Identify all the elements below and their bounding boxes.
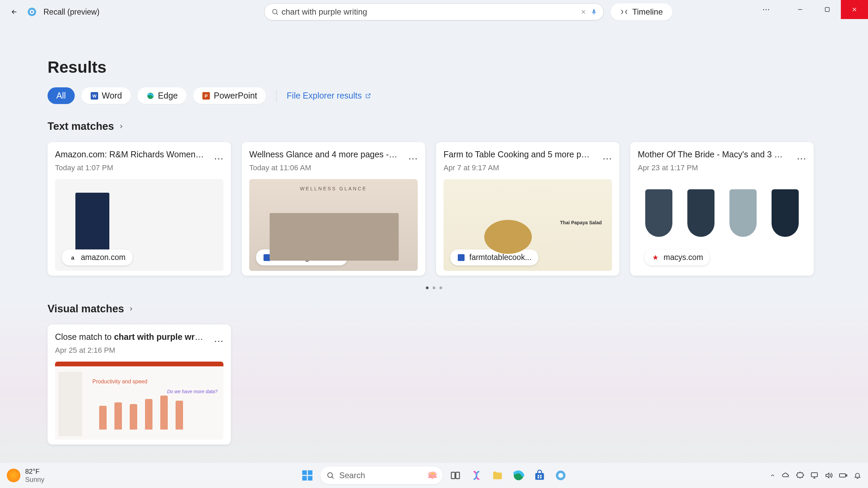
card-more-button[interactable]: ⋯ — [214, 153, 224, 164]
file-explorer-results-link[interactable]: File Explorer results — [287, 91, 371, 101]
search-input[interactable] — [282, 7, 578, 17]
site-label: macys.com — [664, 253, 703, 262]
site-label: wellnessglance.c... — [275, 253, 341, 262]
filter-edge-label: Edge — [158, 91, 178, 101]
filter-all[interactable]: All — [48, 87, 75, 104]
taskbar-app-recall[interactable] — [553, 467, 569, 484]
text-matches-heading: Text matches — [48, 120, 114, 133]
weather-temp: 82°F — [25, 467, 44, 475]
recall-app-icon — [26, 6, 38, 18]
taskbar-app-copilot[interactable] — [468, 467, 485, 484]
tray-notifications-icon[interactable] — [854, 472, 861, 479]
card-date: Apr 25 at 2:16 PM — [55, 346, 223, 355]
carousel-dot[interactable] — [426, 286, 429, 289]
microphone-icon[interactable] — [591, 8, 597, 15]
svg-text:a: a — [71, 254, 74, 260]
search-icon — [271, 8, 279, 16]
card-title: Amazon.com: R&M Richards Women's P... — [55, 150, 204, 159]
search-icon — [326, 471, 334, 480]
taskbar-center: Search 🪷 — [299, 467, 569, 484]
result-card-wellness[interactable]: Wellness Glance and 4 more pages - Per..… — [242, 142, 425, 276]
taskbar-app-taskview[interactable] — [447, 467, 464, 484]
tray-chevron-icon[interactable] — [770, 472, 776, 478]
svg-rect-30 — [839, 474, 846, 477]
tray-display-icon[interactable] — [810, 471, 818, 480]
chevron-right-icon — [128, 306, 134, 312]
result-card-macys[interactable]: Mother Of The Bride - Macy's and 3 mor..… — [630, 142, 814, 276]
carousel-dot[interactable] — [439, 286, 442, 289]
dress-thumb — [687, 189, 715, 237]
svg-point-2 — [31, 11, 33, 13]
taskbar-app-edge[interactable] — [510, 467, 527, 484]
word-icon: W — [90, 92, 98, 100]
svg-rect-23 — [538, 475, 539, 476]
card-title-prefix: Close match to — [55, 332, 114, 342]
search-highlight-icon: 🪷 — [427, 470, 438, 481]
dress-thumb — [645, 189, 672, 237]
visual-matches-row: Close match to chart with purple writing… — [48, 325, 820, 445]
weather-icon — [7, 469, 20, 482]
site-badge: farmtotablecook... — [450, 249, 538, 265]
svg-rect-29 — [811, 473, 817, 477]
tray-volume-icon[interactable] — [825, 471, 833, 480]
ppt-ribbon — [55, 362, 223, 366]
filter-edge[interactable]: Edge — [138, 87, 186, 104]
weather-condition: Sunny — [25, 475, 44, 484]
card-date: Today at 11:06 AM — [249, 163, 418, 172]
card-title-query: chart with purple writing — [114, 332, 204, 342]
taskbar-search[interactable]: Search 🪷 — [320, 467, 442, 484]
svg-rect-17 — [308, 476, 313, 481]
card-more-button[interactable]: ⋯ — [408, 153, 418, 164]
site-label: amazon.com — [81, 253, 126, 262]
taskbar-app-explorer[interactable] — [489, 467, 506, 484]
carousel-dots — [48, 286, 820, 289]
result-card-visual-match[interactable]: Close match to chart with purple writing… — [48, 325, 231, 445]
timeline-icon — [620, 8, 628, 15]
card-title: Close match to chart with purple writing — [55, 332, 204, 342]
card-more-button[interactable]: ⋯ — [214, 335, 224, 347]
svg-rect-16 — [302, 476, 307, 481]
ppt-slide-panel — [58, 372, 82, 436]
system-tray — [770, 471, 861, 480]
card-date: Apr 23 at 1:17 PM — [638, 163, 806, 172]
clear-search-icon[interactable] — [580, 9, 586, 15]
timeline-button[interactable]: Timeline — [611, 3, 672, 20]
start-button[interactable] — [299, 467, 315, 484]
titlebar: Recall (preview) Timeline ⋯ — [0, 0, 868, 24]
svg-rect-25 — [538, 477, 539, 478]
svg-rect-5 — [825, 7, 829, 12]
results-heading: Results — [48, 58, 820, 76]
app-title: Recall (preview) — [43, 7, 100, 17]
back-button[interactable] — [8, 6, 20, 18]
thumb-text: WELLNESS GLANCE — [300, 186, 367, 191]
card-date: Today at 1:07 PM — [55, 163, 223, 172]
minimize-button[interactable] — [786, 0, 814, 19]
edge-favicon-icon — [263, 254, 271, 262]
content-area: Results All W Word Edge P PowerPoint Fil… — [0, 24, 868, 445]
tray-battery-icon[interactable] — [839, 471, 848, 480]
svg-rect-22 — [535, 473, 544, 480]
visual-matches-header[interactable]: Visual matches — [48, 303, 820, 315]
result-card-farm[interactable]: Farm to Table Cooking and 5 more page...… — [436, 142, 619, 276]
card-more-button[interactable]: ⋯ — [602, 153, 613, 164]
filter-powerpoint[interactable]: P PowerPoint — [193, 87, 266, 104]
taskbar-weather[interactable]: 82°F Sunny — [7, 467, 44, 484]
more-options-button[interactable]: ⋯ — [753, 0, 780, 19]
carousel-dot[interactable] — [433, 286, 435, 289]
site-badge: a amazon.com — [62, 249, 132, 265]
tray-onedrive-icon[interactable] — [782, 471, 790, 480]
result-card-amazon[interactable]: Amazon.com: R&M Richards Women's P... To… — [48, 142, 231, 276]
search-bar[interactable] — [264, 3, 604, 20]
dress-thumb — [729, 189, 757, 237]
maximize-button[interactable] — [814, 0, 841, 19]
card-date: Apr 7 at 9:17 AM — [444, 163, 612, 172]
file-explorer-link-label: File Explorer results — [287, 91, 362, 101]
close-button[interactable] — [841, 0, 868, 19]
tray-settings-icon[interactable] — [796, 471, 804, 480]
svg-rect-12 — [264, 254, 270, 261]
filter-word[interactable]: W Word — [82, 87, 131, 104]
card-more-button[interactable]: ⋯ — [797, 153, 807, 164]
text-matches-row: Amazon.com: R&M Richards Women's P... To… — [48, 142, 820, 276]
taskbar-app-store[interactable] — [531, 467, 548, 484]
text-matches-header[interactable]: Text matches — [48, 120, 820, 133]
